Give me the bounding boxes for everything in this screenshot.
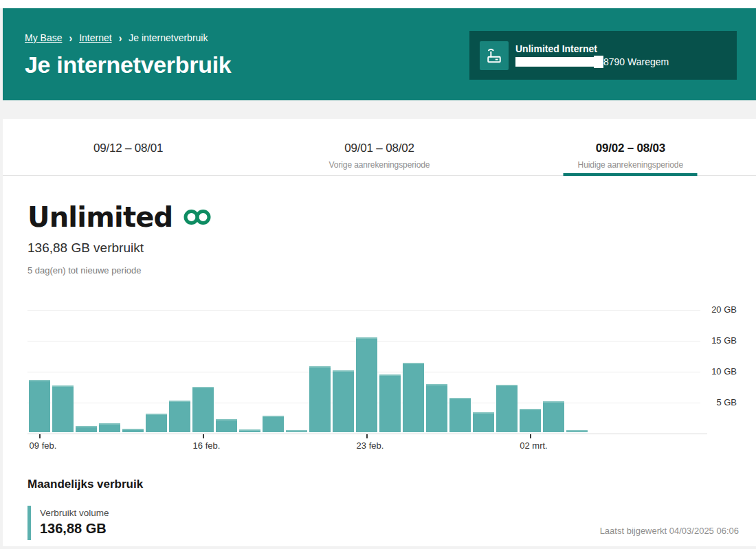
usage-bar-21feb[interactable] bbox=[309, 366, 331, 432]
tab-period-1-dates: 09/12 – 08/01 bbox=[93, 142, 163, 155]
usage-bar-01mrt[interactable] bbox=[496, 385, 518, 432]
breadcrumb-link-internet[interactable]: Internet bbox=[79, 32, 111, 43]
plan-card-city: 8790 Waregem bbox=[603, 56, 669, 68]
usage-bar-26feb[interactable] bbox=[426, 384, 447, 432]
chevron-right-icon: › bbox=[69, 32, 72, 43]
usage-bar-04mrt[interactable] bbox=[566, 430, 588, 432]
y-axis-label: 20 GB bbox=[705, 304, 737, 315]
tab-period-1[interactable]: 09/12 – 08/01 bbox=[3, 119, 254, 175]
plan-name-row: Unlimited bbox=[27, 201, 756, 233]
usage-section: Unlimited 136,88 GB verbruikt 5 dag(en) … bbox=[3, 176, 756, 540]
daily-usage-bar-chart: 5 GB10 GB15 GB20 GB09 feb.16 feb.23 feb.… bbox=[27, 295, 756, 456]
usage-bar-24feb[interactable] bbox=[379, 374, 401, 432]
x-axis-label: 02 mrt. bbox=[510, 440, 558, 451]
usage-bar-20feb[interactable] bbox=[286, 430, 307, 432]
usage-bar-22feb[interactable] bbox=[333, 370, 354, 432]
tab-period-3-current[interactable]: 09/02 – 08/03 Huidige aanrekeningsperiod… bbox=[505, 119, 756, 175]
last-updated-text: Laatst bijgewerkt 04/03/2025 06:06 bbox=[600, 526, 739, 540]
x-axis-tick bbox=[530, 434, 531, 438]
usage-bar-15feb[interactable] bbox=[169, 401, 190, 432]
period-tabs: 09/12 – 08/01 09/01 – 08/02 Vorige aanre… bbox=[3, 119, 756, 176]
usage-bar-12feb[interactable] bbox=[99, 423, 120, 432]
y-axis-label: 10 GB bbox=[705, 366, 737, 377]
chevron-right-icon: › bbox=[119, 32, 122, 43]
gridline-20gb bbox=[27, 310, 700, 311]
usage-bar-25feb[interactable] bbox=[403, 363, 424, 432]
x-axis-label: 23 feb. bbox=[346, 440, 394, 451]
top-strip bbox=[0, 0, 756, 8]
usage-bar-18feb[interactable] bbox=[239, 429, 260, 432]
tab-period-3-dates: 09/02 – 08/03 bbox=[596, 142, 665, 155]
page-header: My Base › Internet › Je internetverbruik… bbox=[3, 8, 756, 100]
usage-bar-09feb[interactable] bbox=[29, 380, 50, 432]
x-axis-tick bbox=[366, 434, 368, 438]
usage-bar-10feb[interactable] bbox=[52, 385, 74, 432]
plan-card-text: Unlimited Internet 8790 Waregem bbox=[515, 43, 669, 68]
usage-bar-14feb[interactable] bbox=[146, 414, 167, 432]
stat-label: Verbruikt volume bbox=[40, 508, 109, 518]
plan-card-address: 8790 Waregem bbox=[515, 56, 669, 68]
usage-bar-17feb[interactable] bbox=[216, 419, 237, 432]
usage-bar-23feb[interactable] bbox=[356, 337, 377, 432]
breadcrumb-link-my-base[interactable]: My Base bbox=[25, 32, 62, 43]
usage-amount-text: 136,88 GB verbruikt bbox=[27, 240, 756, 256]
tab-period-2[interactable]: 09/01 – 08/02 Vorige aanrekeningsperiode bbox=[254, 119, 504, 175]
plan-card-title: Unlimited Internet bbox=[515, 43, 669, 55]
usage-bar-27feb[interactable] bbox=[449, 398, 471, 432]
x-axis-tick bbox=[203, 434, 204, 438]
redacted-address bbox=[515, 57, 599, 67]
days-remaining-text: 5 dag(en) tot nieuwe periode bbox=[27, 265, 756, 276]
modem-icon bbox=[480, 41, 509, 70]
tab-period-2-sublabel: Vorige aanrekeningsperiode bbox=[329, 160, 430, 170]
stat-verbruikt-volume: Verbruikt volume 136,88 GB bbox=[27, 506, 109, 540]
stat-row: Verbruikt volume 136,88 GB Laatst bijgew… bbox=[27, 506, 756, 540]
plan-card[interactable]: Unlimited Internet 8790 Waregem bbox=[469, 31, 737, 80]
tab-period-3-sublabel: Huidige aanrekeningsperiode bbox=[578, 160, 683, 170]
breadcrumb-current: Je internetverbruik bbox=[129, 32, 208, 43]
stat-value: 136,88 GB bbox=[40, 521, 109, 537]
infinity-icon bbox=[183, 208, 213, 226]
usage-bar-02mrt[interactable] bbox=[520, 409, 541, 432]
usage-bar-03mrt[interactable] bbox=[543, 401, 564, 432]
content-card: 09/12 – 08/01 09/01 – 08/02 Vorige aanre… bbox=[3, 119, 756, 546]
x-axis-line bbox=[27, 434, 707, 434]
plan-name: Unlimited bbox=[27, 201, 173, 233]
usage-bar-19feb[interactable] bbox=[263, 416, 284, 432]
y-axis-label: 15 GB bbox=[705, 335, 737, 346]
y-axis-label: 5 GB bbox=[705, 397, 737, 407]
usage-bar-13feb[interactable] bbox=[122, 429, 144, 432]
tab-period-2-dates: 09/01 – 08/02 bbox=[344, 142, 414, 155]
usage-bar-11feb[interactable] bbox=[76, 426, 97, 432]
usage-bar-16feb[interactable] bbox=[192, 387, 214, 432]
x-axis-tick bbox=[39, 434, 41, 438]
x-axis-label: 16 feb. bbox=[183, 440, 231, 451]
usage-bar-28feb[interactable] bbox=[473, 412, 494, 432]
x-axis-label: 09 feb. bbox=[19, 440, 67, 451]
monthly-usage-heading: Maandelijks verbruik bbox=[27, 478, 756, 491]
